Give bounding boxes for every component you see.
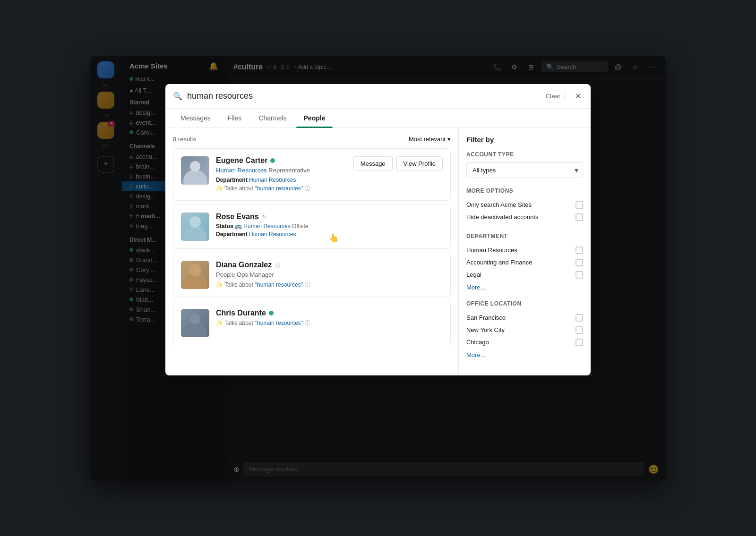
- filter-dept-hr: Human Resources: [466, 244, 583, 256]
- person-name: Chris Durante: [216, 309, 266, 317]
- checkbox-search-acme[interactable]: [576, 201, 583, 209]
- person-department: Department Human Resources: [216, 231, 443, 238]
- person-department: Department Human Resources: [216, 177, 347, 183]
- account-type-label: Account type: [466, 151, 583, 158]
- checkbox-chicago[interactable]: [576, 339, 583, 346]
- message-button[interactable]: Message: [353, 156, 393, 171]
- person-title: People Ops Manager: [216, 271, 443, 278]
- more-options-label: More options: [466, 187, 583, 194]
- loc-option-label: New York City: [466, 326, 505, 333]
- talks-quote: "human resources": [255, 281, 303, 288]
- checkbox-legal[interactable]: [576, 271, 583, 279]
- search-modal: 🔍 Clear ✕ Messages Files Channels People: [165, 84, 591, 375]
- chevron-down-icon: ▾: [447, 136, 451, 143]
- person-talks: ✨ Talks about "human resources" ⓘ: [216, 281, 443, 289]
- person-name: Rose Evans: [216, 213, 259, 221]
- filter-dept-legal: Legal: [466, 269, 583, 281]
- checkbox-nyc[interactable]: [576, 326, 583, 334]
- status-emoji: 🚌: [235, 223, 243, 230]
- option-label: Hide deactivated accounts: [466, 213, 538, 221]
- search-icon: 🔍: [173, 92, 182, 101]
- status-label: Status: [216, 223, 235, 230]
- filter-more-options: More options Only search Acme Sites Hide…: [466, 187, 583, 223]
- filter-department: Department Human Resources Accounting an…: [466, 233, 583, 291]
- refresh-icon[interactable]: ↻: [262, 213, 266, 220]
- tab-channels[interactable]: Channels: [251, 109, 294, 128]
- person-name-row: Chris Durante: [216, 309, 443, 317]
- title-text: People Ops Manager: [216, 271, 274, 278]
- dept-value[interactable]: Human Resources: [249, 177, 296, 183]
- tab-messages[interactable]: Messages: [173, 109, 218, 128]
- checkbox-accounting[interactable]: [576, 259, 583, 266]
- status-suffix: Offsite: [292, 223, 308, 230]
- person-card-eugene: Eugene Carter Human Resources Representa…: [173, 148, 451, 201]
- loc-more-link[interactable]: More...: [466, 351, 583, 358]
- avatar-eugene: [181, 156, 209, 185]
- filter-option-search-acme: Only search Acme Sites: [466, 199, 583, 211]
- dept-value[interactable]: Human Resources: [249, 231, 296, 238]
- person-info-eugene: Eugene Carter Human Resources Representa…: [216, 156, 347, 193]
- loc-option-label: San Francisco: [466, 314, 506, 321]
- filter-loc-nyc: New York City: [466, 324, 583, 336]
- results-panel: 8 results Most relevant ▾ E: [165, 128, 458, 375]
- person-card-diana: Diana Gonzalez ◎ People Ops Manager ✨ Ta…: [173, 253, 451, 297]
- info-icon-small[interactable]: ◎: [275, 261, 280, 269]
- person-info-rose: Rose Evans ↻ Status 🚌 Human Resources Of…: [216, 213, 443, 239]
- loc-option-label: Chicago: [466, 339, 489, 346]
- checkbox-sf[interactable]: [576, 314, 583, 322]
- person-card-rose: Rose Evans ↻ Status 🚌 Human Resources Of…: [173, 204, 451, 249]
- account-type-select[interactable]: All types: [466, 162, 583, 178]
- talks-quote: "human resources": [255, 320, 303, 326]
- talks-prefix: ✨ Talks about: [216, 320, 253, 326]
- account-type-value: All types: [472, 167, 496, 174]
- person-title: Human Resources Representative: [216, 167, 347, 174]
- filter-panel: Filter by Account type All types More op…: [458, 128, 591, 375]
- talks-quote: "human resources": [255, 185, 303, 192]
- info-icon[interactable]: ⓘ: [305, 185, 310, 193]
- person-name-row: Eugene Carter: [216, 156, 347, 165]
- filter-option-hide-deactivated: Hide deactivated accounts: [466, 211, 583, 223]
- search-body: 8 results Most relevant ▾ E: [165, 128, 591, 375]
- checkbox-hide-deactivated[interactable]: [576, 213, 583, 221]
- close-button[interactable]: ✕: [573, 90, 583, 102]
- filter-loc-sf: San Francisco: [466, 312, 583, 324]
- person-card-chris: Chris Durante ✨ Talks about "human resou…: [173, 301, 451, 345]
- person-info-chris: Chris Durante ✨ Talks about "human resou…: [216, 309, 443, 327]
- avatar-diana: [181, 261, 209, 289]
- search-input[interactable]: [187, 91, 537, 101]
- department-filter-label: Department: [466, 233, 583, 239]
- talks-prefix: ✨ Talks about: [216, 185, 253, 192]
- search-tabs: Messages Files Channels People: [165, 109, 591, 128]
- info-icon[interactable]: ⓘ: [305, 281, 310, 289]
- account-type-select-wrapper: All types: [466, 162, 583, 178]
- dept-label: Department: [216, 177, 249, 183]
- sort-label: Most relevant: [409, 136, 446, 143]
- location-filter-label: Office location: [466, 300, 583, 307]
- person-talks: ✨ Talks about "human resources" ⓘ: [216, 319, 443, 327]
- talks-prefix: ✨ Talks about: [216, 281, 253, 288]
- modal-overlay: 🔍 Clear ✕ Messages Files Channels People: [90, 56, 666, 481]
- avatar-rose: [181, 213, 209, 241]
- filter-loc-chicago: Chicago: [466, 336, 583, 349]
- person-name-row: Rose Evans ↻: [216, 213, 443, 221]
- clear-button[interactable]: Clear: [542, 91, 565, 102]
- sort-button[interactable]: Most relevant ▾: [409, 136, 451, 143]
- dept-option-label: Accounting and Finance: [466, 259, 532, 266]
- app-window: ⌘1 ⌘2 5 ⌘3 + Acme Sites 🔔 Matt K... ● Al…: [90, 56, 666, 481]
- tab-people[interactable]: People: [296, 109, 333, 128]
- view-profile-button[interactable]: View Profile: [396, 156, 443, 171]
- option-label: Only search Acme Sites: [466, 201, 532, 208]
- checkbox-hr[interactable]: [576, 247, 583, 254]
- person-talks: ✨ Talks about "human resources" ⓘ: [216, 185, 347, 193]
- online-status-dot: [270, 158, 275, 163]
- dept-label: Department: [216, 231, 249, 238]
- tab-files[interactable]: Files: [220, 109, 249, 128]
- filter-location: Office location San Francisco New York C…: [466, 300, 583, 358]
- results-header: 8 results Most relevant ▾: [173, 136, 451, 143]
- dept-more-link[interactable]: More...: [466, 284, 583, 291]
- person-name: Eugene Carter: [216, 156, 267, 165]
- filter-account-type: Account type All types: [466, 151, 583, 178]
- avatar-chris: [181, 309, 209, 337]
- status-dept-link[interactable]: Human Resources: [243, 223, 290, 230]
- info-icon[interactable]: ⓘ: [305, 319, 310, 327]
